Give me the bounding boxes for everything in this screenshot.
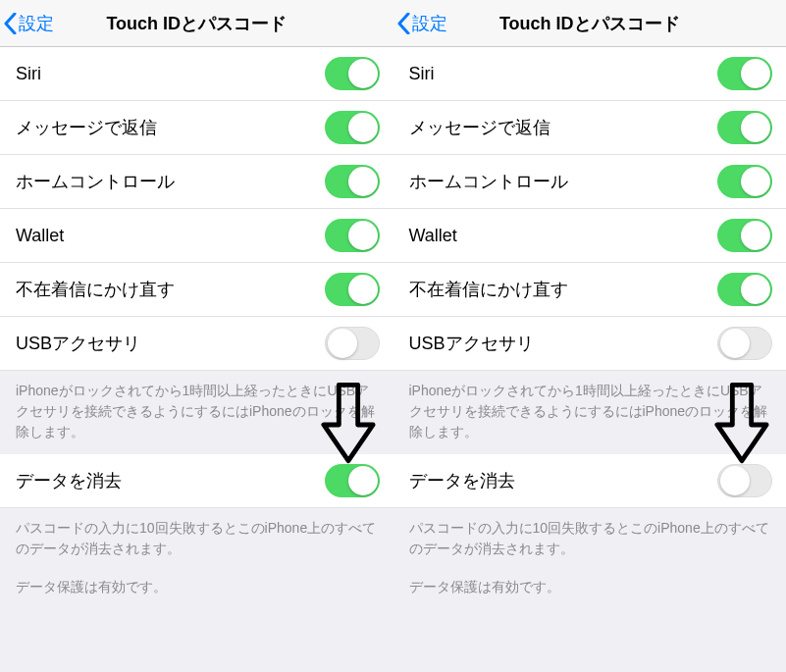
erase-note-text: パスコードの入力に10回失敗するとこのiPhone上のすべてのデータが消去されま… — [409, 518, 771, 559]
row-label: データを消去 — [409, 469, 515, 492]
toggle-reply-message[interactable] — [717, 111, 772, 144]
row-erase-data: データを消去 — [0, 454, 393, 508]
toggle-usb-accessories[interactable] — [717, 327, 772, 360]
usb-note: iPhoneがロックされてから1時間以上経ったときにUSBアクセサリを接続できる… — [393, 371, 787, 454]
erase-note-text: パスコードの入力に10回失敗するとこのiPhone上のすべてのデータが消去されま… — [16, 518, 378, 559]
back-button[interactable]: 設定 — [0, 12, 54, 35]
row-siri: Siri — [0, 47, 393, 101]
toggle-erase-data[interactable] — [717, 464, 772, 497]
row-reply-message: メッセージで返信 — [0, 101, 393, 155]
toggle-reply-message[interactable] — [325, 111, 380, 144]
data-protection-text: データ保護は有効です。 — [16, 577, 378, 597]
page-title: Touch IDとパスコード — [0, 12, 393, 35]
data-protection-text: データ保護は有効です。 — [409, 577, 771, 597]
toggle-callback-missed[interactable] — [325, 273, 380, 306]
row-home-control: ホームコントロール — [0, 155, 393, 209]
row-wallet: Wallet — [0, 209, 393, 263]
erase-note: パスコードの入力に10回失敗するとこのiPhone上のすべてのデータが消去されま… — [393, 508, 787, 609]
row-label: 不在着信にかけ直す — [409, 278, 568, 301]
toggle-siri[interactable] — [325, 57, 380, 90]
row-label: メッセージで返信 — [16, 116, 157, 139]
toggle-wallet[interactable] — [717, 219, 772, 252]
back-label: 設定 — [412, 12, 447, 35]
nav-header: 設定 Touch IDとパスコード — [393, 0, 787, 47]
chevron-left-icon — [397, 13, 410, 34]
row-label: USBアクセサリ — [16, 332, 140, 355]
row-label: メッセージで返信 — [409, 116, 550, 139]
usb-note: iPhoneがロックされてから1時間以上経ったときにUSBアクセサリを接続できる… — [0, 371, 393, 454]
row-usb-accessories: USBアクセサリ — [0, 317, 393, 371]
row-callback-missed: 不在着信にかけ直す — [393, 263, 787, 317]
row-label: 不在着信にかけ直す — [16, 278, 175, 301]
nav-header: 設定 Touch IDとパスコード — [0, 0, 393, 47]
row-wallet: Wallet — [393, 209, 787, 263]
row-usb-accessories: USBアクセサリ — [393, 317, 787, 371]
row-erase-data: データを消去 — [393, 454, 787, 508]
chevron-left-icon — [4, 13, 17, 34]
row-label: Wallet — [16, 226, 64, 246]
toggle-home-control[interactable] — [325, 165, 380, 198]
row-label: ホームコントロール — [16, 170, 175, 193]
row-label: Siri — [409, 64, 435, 84]
row-reply-message: メッセージで返信 — [393, 101, 787, 155]
row-label: データを消去 — [16, 469, 122, 492]
row-label: ホームコントロール — [409, 170, 568, 193]
toggle-wallet[interactable] — [325, 219, 380, 252]
toggle-siri[interactable] — [717, 57, 772, 90]
toggle-usb-accessories[interactable] — [325, 327, 380, 360]
toggle-home-control[interactable] — [717, 165, 772, 198]
row-home-control: ホームコントロール — [393, 155, 787, 209]
row-label: Wallet — [409, 226, 457, 246]
row-callback-missed: 不在着信にかけ直す — [0, 263, 393, 317]
toggle-callback-missed[interactable] — [717, 273, 772, 306]
back-button[interactable]: 設定 — [393, 12, 447, 35]
row-label: USBアクセサリ — [409, 332, 534, 355]
right-panel: 設定 Touch IDとパスコード Siri メッセージで返信 ホームコントロー… — [393, 0, 787, 672]
row-label: Siri — [16, 64, 41, 84]
page-title: Touch IDとパスコード — [393, 12, 787, 35]
toggle-erase-data[interactable] — [325, 464, 380, 497]
row-siri: Siri — [393, 47, 787, 101]
back-label: 設定 — [19, 12, 54, 35]
erase-note: パスコードの入力に10回失敗するとこのiPhone上のすべてのデータが消去されま… — [0, 508, 393, 609]
left-panel: 設定 Touch IDとパスコード Siri メッセージで返信 ホームコントロー… — [0, 0, 393, 672]
